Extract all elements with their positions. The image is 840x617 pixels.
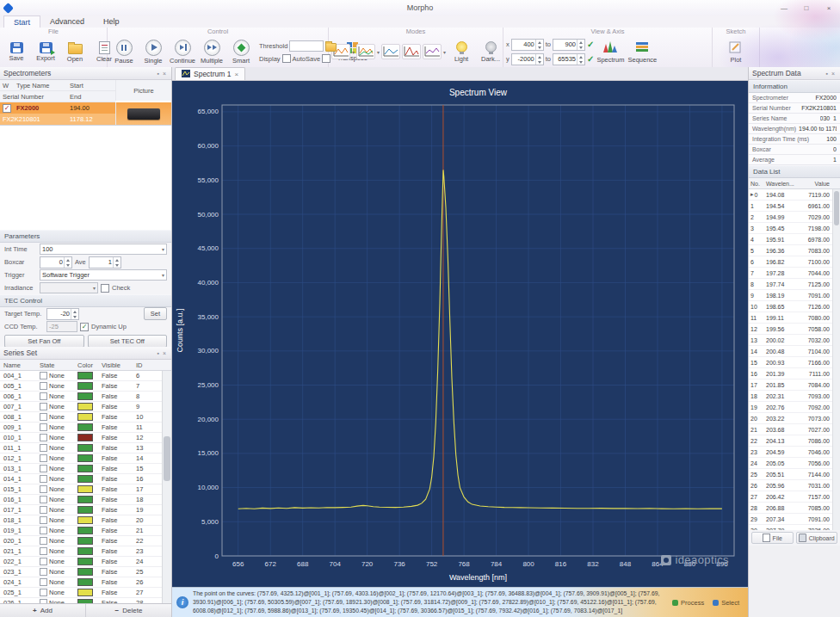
- data-list-row[interactable]: 24205.057056.00: [749, 458, 840, 469]
- color-swatch[interactable]: [77, 589, 93, 596]
- col-value[interactable]: Value: [802, 181, 831, 187]
- target-temp-spinner[interactable]: -20: [46, 308, 79, 320]
- data-list-row[interactable]: 23204.597046.00: [749, 447, 840, 458]
- threshold-folder-icon[interactable]: [325, 43, 337, 52]
- series-row[interactable]: 018_1NoneFalse20: [0, 515, 171, 526]
- color-swatch[interactable]: [77, 547, 93, 555]
- data-list-row[interactable]: 14200.487104.00: [749, 346, 840, 357]
- color-swatch[interactable]: [77, 506, 93, 514]
- data-list-section-header[interactable]: Data List: [749, 165, 840, 178]
- data-list-row[interactable]: 11199.117080.00: [749, 312, 840, 324]
- series-row[interactable]: 017_1NoneFalse19: [0, 505, 171, 515]
- data-list-scrollbar[interactable]: [832, 189, 840, 530]
- state-checkbox[interactable]: [40, 372, 47, 379]
- y-apply-check-icon[interactable]: ✓: [587, 54, 594, 64]
- color-swatch[interactable]: [77, 382, 93, 390]
- data-list-row[interactable]: 2194.997029.00: [749, 212, 840, 223]
- state-checkbox[interactable]: [40, 599, 47, 603]
- state-checkbox[interactable]: [40, 454, 47, 462]
- single-button[interactable]: Single: [139, 40, 167, 65]
- state-checkbox[interactable]: [40, 558, 47, 565]
- color-swatch[interactable]: [77, 475, 93, 483]
- y-from-spinner[interactable]: -2000: [511, 53, 544, 65]
- color-swatch[interactable]: [77, 578, 93, 586]
- data-list-row[interactable]: 15200.937166.00: [749, 357, 840, 368]
- mode-smooth-icon[interactable]: [423, 44, 442, 59]
- data-list-row[interactable]: 21203.687027.00: [749, 424, 840, 435]
- series-row[interactable]: 008_1NoneFalse10: [0, 412, 171, 423]
- save-button[interactable]: Save: [3, 42, 30, 62]
- col-state[interactable]: State: [40, 361, 77, 369]
- light-button[interactable]: Light: [448, 41, 475, 63]
- spectrum-view-button[interactable]: Spectrum: [596, 40, 625, 64]
- set-fan-off-button[interactable]: Set Fan Off: [4, 335, 84, 348]
- state-checkbox[interactable]: [40, 423, 47, 431]
- col-no[interactable]: No.: [749, 181, 764, 187]
- state-checkbox[interactable]: [40, 506, 47, 514]
- data-list-row[interactable]: 5196.367083.00: [749, 245, 840, 256]
- delete-series-button[interactable]: −Delete: [85, 604, 171, 617]
- data-list-row[interactable]: 29207.347091.00: [749, 514, 840, 525]
- series-row[interactable]: 004_1NoneFalse6: [0, 371, 171, 381]
- export-button[interactable]: Export: [32, 42, 59, 62]
- series-row[interactable]: 016_1NoneFalse18: [0, 495, 171, 505]
- state-checkbox[interactable]: [40, 465, 47, 472]
- state-checkbox[interactable]: [40, 589, 47, 596]
- color-swatch[interactable]: [77, 392, 93, 400]
- mode-dropdown-caret3[interactable]: ▾: [443, 49, 446, 55]
- mode-multi-icon[interactable]: [381, 44, 400, 59]
- series-row[interactable]: 011_1NoneFalse13: [0, 443, 171, 453]
- tec-control-section-header[interactable]: TEC Control: [0, 294, 171, 307]
- add-series-button[interactable]: +Add: [0, 604, 85, 617]
- export-file-button[interactable]: File: [751, 532, 794, 544]
- data-list-row[interactable]: 8197.747125.00: [749, 279, 840, 290]
- series-row[interactable]: 023_1NoneFalse25: [0, 567, 171, 577]
- mode-dropdown-caret2[interactable]: ▾: [377, 49, 380, 55]
- color-swatch[interactable]: [77, 496, 93, 503]
- data-list-row[interactable]: 27206.427157.00: [749, 491, 840, 503]
- data-list-row[interactable]: 13200.027032.00: [749, 335, 840, 346]
- minimize-button[interactable]: —: [773, 1, 795, 15]
- color-swatch[interactable]: [77, 434, 93, 441]
- state-checkbox[interactable]: [40, 496, 47, 503]
- process-button[interactable]: Process: [672, 599, 704, 607]
- parameters-section-header[interactable]: Parameters: [0, 230, 171, 243]
- color-swatch[interactable]: [77, 454, 93, 462]
- y-to-spinner[interactable]: 65535: [553, 53, 585, 65]
- data-list-row[interactable]: 9198.197091.00: [749, 290, 840, 301]
- series-row[interactable]: 006_1NoneFalse8: [0, 392, 171, 402]
- series-row[interactable]: 021_1NoneFalse23: [0, 546, 171, 557]
- color-swatch[interactable]: [77, 413, 93, 421]
- sequence-view-button[interactable]: Sequence: [627, 40, 658, 64]
- x-to-spinner[interactable]: 900: [553, 39, 585, 51]
- state-checkbox[interactable]: [40, 485, 47, 493]
- panel-close-icon[interactable]: ×: [161, 71, 168, 77]
- color-swatch[interactable]: [77, 516, 93, 524]
- state-checkbox[interactable]: [40, 382, 47, 390]
- state-checkbox[interactable]: [40, 537, 47, 545]
- threshold-input[interactable]: [289, 40, 324, 52]
- data-list-row[interactable]: 26205.967031.00: [749, 480, 840, 491]
- tab-advanced[interactable]: Advanced: [40, 15, 94, 28]
- color-swatch[interactable]: [77, 372, 93, 379]
- series-close-icon[interactable]: ×: [161, 350, 168, 356]
- state-checkbox[interactable]: [40, 413, 47, 421]
- spectrometer-row[interactable]: ✓ FX2000 194.00 FX2K210801 1178.12: [0, 102, 171, 125]
- copy-clipboard-button[interactable]: Clipboard: [796, 532, 838, 544]
- series-row[interactable]: 025_1NoneFalse27: [0, 588, 171, 598]
- series-row[interactable]: 009_1NoneFalse11: [0, 423, 171, 433]
- data-list-row[interactable]: 3195.457198.00: [749, 223, 840, 234]
- series-row[interactable]: 022_1NoneFalse24: [0, 557, 171, 567]
- x-apply-check-icon[interactable]: ✓: [587, 40, 594, 49]
- data-list-row[interactable]: 12199.567058.00: [749, 324, 840, 335]
- x-from-spinner[interactable]: 400: [511, 39, 544, 51]
- spectrum-data-close-icon[interactable]: ×: [830, 71, 837, 77]
- color-swatch[interactable]: [77, 568, 93, 576]
- tab-start[interactable]: Start: [3, 15, 40, 28]
- data-list-row[interactable]: 7197.287044.00: [749, 268, 840, 279]
- series-row[interactable]: 024_1NoneFalse26: [0, 577, 171, 588]
- state-checkbox[interactable]: [40, 578, 47, 586]
- state-checkbox[interactable]: [40, 527, 47, 534]
- open-button[interactable]: Open: [61, 41, 89, 63]
- series-row[interactable]: 020_1NoneFalse22: [0, 536, 171, 546]
